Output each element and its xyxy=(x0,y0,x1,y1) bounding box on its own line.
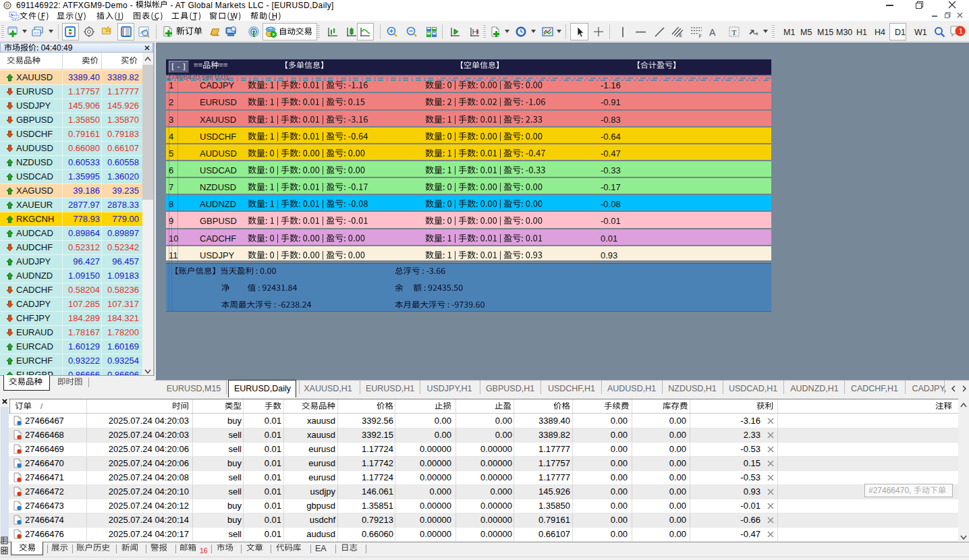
svg-text:T: T xyxy=(732,28,737,36)
svg-text:F: F xyxy=(699,34,702,38)
svg-text:E: E xyxy=(680,33,682,38)
svg-text:1: 1 xyxy=(959,27,963,35)
